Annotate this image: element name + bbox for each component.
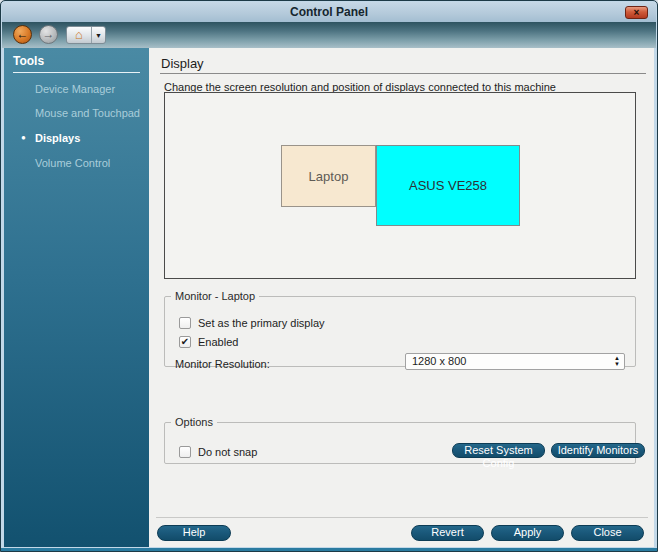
do-not-snap-row: Do not snap — [179, 446, 257, 458]
sidebar-item-device-manager[interactable]: Device Manager — [4, 80, 149, 98]
sidebar-item-volume-control[interactable]: Volume Control — [4, 154, 149, 172]
forward-arrow-icon: → — [43, 27, 55, 41]
reset-system-config-button[interactable]: Reset System Config — [452, 443, 545, 458]
sidebar: Tools Device Manager Mouse and Touchpad … — [4, 48, 149, 547]
monitor-label: ASUS VE258 — [409, 178, 487, 193]
back-button[interactable]: ← — [13, 25, 32, 44]
primary-display-checkbox[interactable] — [179, 317, 191, 329]
spinner-down-icon: ▼ — [614, 361, 620, 367]
home-icon: ⌂ — [75, 27, 83, 42]
footer-divider — [156, 517, 648, 518]
toolbar: ← → ⌂ ▼ — [2, 22, 656, 48]
options-group: Options Do not snap Reset System Config … — [164, 416, 636, 464]
close-window-button[interactable]: × — [625, 6, 648, 19]
window-title: Control Panel — [2, 5, 656, 19]
title-bar[interactable]: Control Panel × — [2, 2, 656, 22]
close-button[interactable]: Close — [571, 525, 644, 541]
close-icon: × — [634, 7, 640, 18]
sidebar-item-mouse-touchpad[interactable]: Mouse and Touchpad — [4, 104, 149, 122]
enabled-row: ✔ Enabled — [179, 336, 238, 348]
page-title: Display — [161, 56, 204, 71]
apply-button[interactable]: Apply — [491, 525, 564, 541]
monitor-group-legend: Monitor - Laptop — [171, 290, 259, 302]
checkmark-icon: ✔ — [181, 336, 189, 347]
home-button[interactable]: ⌂ — [67, 27, 91, 43]
display-settings-pane: Display Change the screen resolution and… — [149, 48, 654, 547]
spinner-icon[interactable]: ▲ ▼ — [614, 355, 620, 367]
resolution-select[interactable]: 1280 x 800 ▲ ▼ — [405, 353, 625, 370]
control-panel-window: Control Panel × ← → ⌂ ▼ Tools Device Man… — [0, 0, 658, 552]
resolution-label: Monitor Resolution: — [175, 358, 270, 370]
do-not-snap-label: Do not snap — [198, 446, 257, 458]
monitor-box-asus-ve258[interactable]: ASUS VE258 — [376, 145, 520, 226]
primary-display-row: Set as the primary display — [179, 317, 325, 329]
help-button[interactable]: Help — [157, 525, 231, 541]
home-dropdown-button[interactable]: ▼ — [91, 27, 105, 43]
home-button-group: ⌂ ▼ — [66, 26, 106, 44]
monitor-arrangement-area[interactable]: Laptop ASUS VE258 — [164, 92, 636, 279]
window-bottom-edge — [1, 548, 657, 551]
chevron-down-icon: ▼ — [95, 32, 102, 39]
sidebar-item-displays[interactable]: ● Displays — [4, 129, 149, 147]
primary-display-label: Set as the primary display — [198, 317, 325, 329]
monitor-box-laptop[interactable]: Laptop — [281, 145, 376, 207]
do-not-snap-checkbox[interactable] — [179, 446, 191, 458]
back-arrow-icon: ← — [17, 27, 29, 41]
sidebar-header: Tools — [13, 54, 140, 73]
monitor-label: Laptop — [309, 169, 349, 184]
revert-button[interactable]: Revert — [411, 525, 484, 541]
sidebar-item-label: Displays — [35, 132, 80, 144]
options-group-legend: Options — [171, 416, 217, 428]
forward-button[interactable]: → — [39, 25, 58, 44]
monitor-laptop-group: Monitor - Laptop Set as the primary disp… — [164, 290, 636, 367]
selected-bullet-icon: ● — [21, 134, 26, 142]
resolution-value: 1280 x 800 — [412, 355, 466, 367]
enabled-label: Enabled — [198, 336, 238, 348]
enabled-checkbox[interactable]: ✔ — [179, 336, 191, 348]
identify-monitors-button[interactable]: Identify Monitors — [551, 443, 645, 458]
title-divider — [160, 73, 646, 74]
